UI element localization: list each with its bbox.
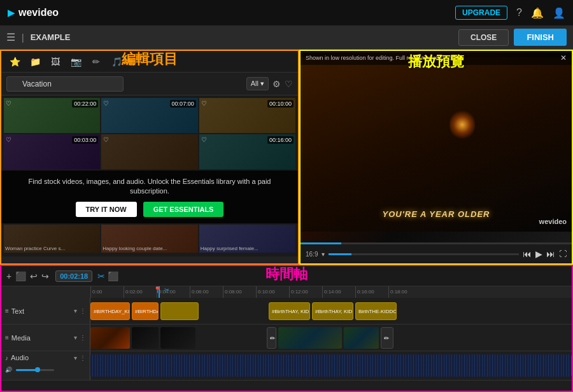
- redo-button[interactable]: ↪: [41, 271, 49, 281]
- media-clip-outdoor2[interactable]: [344, 327, 379, 349]
- thumb-heart-2[interactable]: ♡: [103, 100, 109, 107]
- video-thumb-4[interactable]: 00:03:00 ♡: [4, 134, 100, 169]
- close-button[interactable]: CLOSE: [458, 29, 509, 46]
- thumb-label-7: Woman practice Curve s...: [5, 246, 65, 251]
- preview-timeline[interactable]: [329, 253, 519, 255]
- preview-scene: YOU'RE A YEAR OLDER: [301, 51, 572, 244]
- audio-volume-knob[interactable]: [35, 367, 40, 372]
- search-bar: 🔍 All ▾ ⚙ ♡: [1, 73, 298, 95]
- aspect-ratio[interactable]: 16:9: [306, 251, 318, 258]
- thumb-heart-4[interactable]: ♡: [6, 136, 11, 143]
- prev-button[interactable]: ⏮: [523, 249, 532, 259]
- text-track-content[interactable]: #BIRTHDAY_KIDDO #BIRTHDAY #BirthTHAY, KI…: [90, 298, 572, 324]
- split-icon[interactable]: ⬛: [108, 271, 118, 281]
- text-clip-6[interactable]: BirthTHE-KIDDO: [355, 302, 397, 320]
- text-clip-4[interactable]: #BirthTHAY, KIDDO: [269, 302, 310, 320]
- video-thumb-7[interactable]: Woman practice Curve s...: [4, 225, 100, 253]
- text-track-arrow[interactable]: ▾: [74, 307, 77, 314]
- thumb-heart-1[interactable]: ♡: [6, 100, 11, 107]
- finish-button[interactable]: FINISH: [514, 29, 567, 46]
- ruler-marks: 0:00 0:02:00 0:04:00 0:06:00 0:08:00 0:1…: [90, 286, 421, 298]
- preview-controls: 16:9 ▾ ⏮ ▶ ⏭ ⛶: [301, 244, 572, 263]
- video-thumb-3[interactable]: 00:10:00 ♡: [199, 98, 295, 133]
- logo: ▶ wevideo: [8, 7, 59, 18]
- ruler-4: 0:08:00: [223, 286, 256, 298]
- cut-icon[interactable]: ✂: [97, 271, 105, 281]
- text-clip-5[interactable]: #BirthTHAY, KIDDO: [312, 302, 353, 320]
- play-button[interactable]: ▶: [535, 249, 542, 259]
- text-clip-1[interactable]: #BIRTHDAY_KIDDO: [90, 302, 130, 320]
- video-thumb-9[interactable]: Happy surprised female...: [199, 225, 295, 253]
- tab-favorites[interactable]: ⭐: [6, 53, 23, 70]
- fullscreen-button[interactable]: ⛶: [559, 249, 567, 258]
- audio-track-content[interactable]: [90, 351, 572, 380]
- media-clip-edit2[interactable]: ✏: [381, 327, 393, 349]
- filter-all-button[interactable]: All ▾: [246, 77, 269, 90]
- text-track-menu[interactable]: ⋮: [80, 307, 86, 314]
- text-clip-3[interactable]: [160, 302, 199, 320]
- upgrade-button[interactable]: UPGRADE: [455, 6, 507, 20]
- media-clip-dark2[interactable]: [160, 327, 195, 349]
- media-clip-edit1[interactable]: ✏: [267, 327, 276, 349]
- preview-close-icon[interactable]: ✕: [560, 53, 567, 62]
- video-grid-bottom: Woman practice Curve s... Happy looking …: [1, 223, 298, 256]
- thumb-heart-5[interactable]: ♡: [103, 136, 109, 143]
- text-track-row: ≡ Text ▾ ⋮ #BIRTHDAY_KIDDO #BIRTHDAY #Bi…: [1, 298, 572, 325]
- next-button[interactable]: ⏭: [546, 249, 555, 259]
- project-name[interactable]: EXAMPLE: [31, 32, 71, 42]
- bell-button[interactable]: 🔔: [531, 7, 544, 19]
- preview-watermark: wevideo: [539, 218, 567, 225]
- right-panel-label: 播放預覽: [408, 52, 464, 71]
- video-thumb-2[interactable]: 00:07:00 ♡: [101, 98, 197, 133]
- preview-video[interactable]: Shown in low resolution for editing. Ful…: [301, 51, 572, 244]
- text-clip-2[interactable]: #BIRTHDAY: [132, 302, 159, 320]
- media-clip-fire[interactable]: [90, 327, 130, 349]
- logo-play-icon: ▶: [8, 8, 15, 18]
- undo-button[interactable]: ↩: [30, 271, 38, 281]
- audio-track-menu[interactable]: ⋮: [80, 354, 86, 361]
- second-bar-left: ☰ | EXAMPLE: [6, 31, 70, 43]
- left-panel-label: 編輯項目: [122, 50, 178, 69]
- video-thumb-1[interactable]: 00:22:00 ♡: [4, 98, 100, 133]
- tab-files[interactable]: 📁: [27, 53, 43, 70]
- avatar-button[interactable]: 👤: [553, 7, 565, 19]
- media-track-arrow[interactable]: ▾: [74, 334, 77, 341]
- audio-waveform: [90, 354, 572, 377]
- try-it-now-button[interactable]: TRY IT NOW: [76, 202, 137, 217]
- hamburger-icon[interactable]: ☰: [6, 31, 15, 43]
- tab-photos[interactable]: 📷: [67, 53, 84, 70]
- progress-bar-bg: [301, 242, 572, 244]
- playhead-marker[interactable]: 📍✂: [153, 286, 169, 293]
- audio-volume-slider[interactable]: [16, 369, 54, 371]
- second-bar-right: CLOSE FINISH: [458, 29, 567, 46]
- media-clip-dark1[interactable]: [132, 327, 159, 349]
- media-clip-outdoor1[interactable]: [278, 327, 342, 349]
- add-track-toolbar-button[interactable]: +: [6, 271, 11, 281]
- thumb-heart-6[interactable]: ♡: [201, 136, 207, 143]
- video-thumb-5[interactable]: ♡: [101, 134, 197, 169]
- audio-vol-row: 🔊: [5, 367, 54, 373]
- help-button[interactable]: ?: [516, 7, 522, 18]
- thumb-time-3: 00:10:00: [267, 100, 294, 108]
- video-thumb-8[interactable]: Happy looking couple date...: [101, 225, 197, 253]
- get-essentials-button[interactable]: GET ESSENTIALS: [143, 202, 224, 217]
- media-track-name: Media: [11, 334, 71, 342]
- promo-buttons: TRY IT NOW GET ESSENTIALS: [10, 202, 289, 217]
- favorites-icon[interactable]: ♡: [285, 79, 293, 89]
- thumb-heart-3[interactable]: ♡: [201, 100, 207, 107]
- ruler-8: 0:16:00: [355, 286, 388, 298]
- separator: |: [22, 32, 24, 43]
- media-track-menu[interactable]: ⋮: [80, 334, 86, 341]
- aspect-ratio-arrow[interactable]: ▾: [322, 251, 325, 258]
- tab-edit[interactable]: ✏: [88, 53, 104, 70]
- video-thumb-6[interactable]: 00:16:00 ♡: [199, 134, 295, 169]
- tab-images[interactable]: 🖼: [47, 53, 64, 70]
- current-time-display: 00:02:18: [55, 270, 92, 282]
- progress-bar-fill: [301, 242, 341, 244]
- media-track-content[interactable]: ✏ ✏: [90, 325, 572, 351]
- filter-icon[interactable]: ⚙: [272, 79, 281, 89]
- search-input[interactable]: [6, 76, 124, 92]
- ruler-1: 0:02:00: [124, 286, 157, 298]
- split-button[interactable]: ⬛: [15, 271, 26, 281]
- audio-track-arrow[interactable]: ▾: [74, 354, 77, 361]
